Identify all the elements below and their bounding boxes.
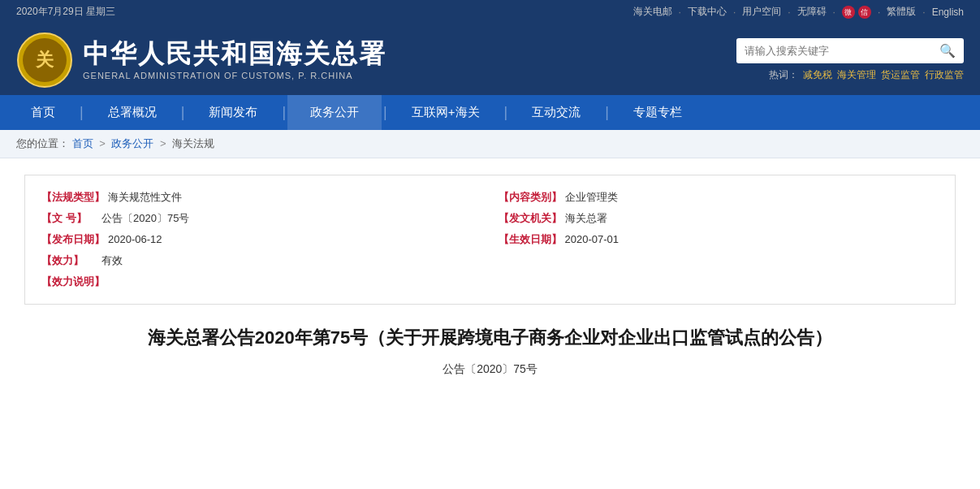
- nav-overview[interactable]: 总署概况: [85, 95, 179, 130]
- hot-keyword-3[interactable]: 行政监管: [925, 68, 964, 82]
- label-num: 【文 号】: [41, 208, 98, 229]
- info-grid: 【法规类型】 海关规范性文件 【文 号】 公告〔2020〕75号 【发布日期】 …: [41, 187, 939, 292]
- logo-emblem: 关: [16, 32, 73, 89]
- header: 关 中华人民共和国海关总署 GENERAL ADMINISTRATION OF …: [0, 24, 980, 95]
- logo-area: 关 中华人民共和国海关总署 GENERAL ADMINISTRATION OF …: [16, 32, 386, 89]
- hot-label: 热词：: [769, 68, 798, 82]
- nav-interaction[interactable]: 互动交流: [509, 95, 603, 130]
- info-left: 【法规类型】 海关规范性文件 【文 号】 公告〔2020〕75号 【发布日期】 …: [41, 187, 482, 292]
- logo-chinese: 中华人民共和国海关总署: [83, 40, 386, 68]
- logo-english: GENERAL ADMINISTRATION OF CUSTOMS, P. R.…: [83, 71, 386, 80]
- label-type: 【法规类型】: [41, 187, 105, 208]
- label-category: 【内容类别】: [499, 187, 562, 208]
- breadcrumb-home[interactable]: 首页: [72, 137, 93, 149]
- hot-keyword-0[interactable]: 减免税: [803, 68, 832, 82]
- accessibility-link[interactable]: 无障碍: [797, 5, 827, 19]
- nav-news[interactable]: 新闻发布: [186, 95, 280, 130]
- info-row-num: 【文 号】 公告〔2020〕75号: [41, 208, 482, 229]
- date-display: 2020年7月29日 星期三: [16, 5, 115, 19]
- nav-home[interactable]: 首页: [8, 95, 78, 130]
- english-link[interactable]: English: [932, 6, 964, 18]
- breadcrumb-gov[interactable]: 政务公开: [111, 137, 153, 149]
- value-type: 海关规范性文件: [108, 187, 182, 208]
- logo-text: 中华人民共和国海关总署 GENERAL ADMINISTRATION OF CU…: [83, 40, 386, 80]
- search-button[interactable]: 🔍: [931, 38, 964, 63]
- top-links: 海关电邮 · 下载中心 · 用户空间 · 无障碍 · 微 信 · 繁體版 · E…: [633, 5, 964, 19]
- hot-keywords: 热词： 减免税 海关管理 货运监管 行政监管: [769, 68, 964, 82]
- hot-keyword-1[interactable]: 海关管理: [837, 68, 876, 82]
- value-num: 公告〔2020〕75号: [101, 208, 189, 229]
- info-box: 【法规类型】 海关规范性文件 【文 号】 公告〔2020〕75号 【发布日期】 …: [24, 175, 956, 305]
- value-category: 企业管理类: [565, 187, 618, 208]
- email-link[interactable]: 海关电邮: [633, 5, 672, 19]
- search-input[interactable]: [736, 40, 931, 62]
- label-pubdate: 【发布日期】: [41, 229, 105, 250]
- info-row-effectdate: 【生效日期】 2020-07-01: [499, 229, 939, 250]
- wechat-icon[interactable]: 信: [858, 6, 871, 19]
- hot-keyword-2[interactable]: 货运监管: [881, 68, 920, 82]
- breadcrumb-current: 海关法规: [172, 137, 214, 149]
- article-title: 海关总署公告2020年第75号（关于开展跨境电子商务企业对企业出口监管试点的公告…: [24, 324, 956, 351]
- label-effect: 【效力】: [41, 250, 98, 271]
- nav-bar: 首页 | 总署概况 | 新闻发布 | 政务公开 | 互联网+海关 | 互动交流 …: [0, 95, 980, 130]
- label-effectdesc: 【效力说明】: [41, 271, 105, 292]
- download-link[interactable]: 下载中心: [688, 5, 727, 19]
- article-subtitle: 公告〔2020〕75号: [24, 362, 956, 377]
- value-effectdate: 2020-07-01: [565, 229, 620, 250]
- nav-government[interactable]: 政务公开: [287, 95, 382, 130]
- weibo-icon[interactable]: 微: [842, 6, 855, 19]
- svg-text:关: 关: [35, 50, 54, 70]
- user-link[interactable]: 用户空间: [742, 5, 781, 19]
- info-row-type: 【法规类型】 海关规范性文件: [41, 187, 482, 208]
- label-issuer: 【发文机关】: [499, 208, 562, 229]
- info-row-date: 【发布日期】 2020-06-12: [41, 229, 482, 250]
- traditional-link[interactable]: 繁體版: [887, 5, 916, 19]
- breadcrumb-bar: 您的位置： 首页 > 政务公开 > 海关法规: [0, 130, 980, 158]
- top-bar: 2020年7月29日 星期三 海关电邮 · 下载中心 · 用户空间 · 无障碍 …: [0, 0, 980, 24]
- info-row-issuer: 【发文机关】 海关总署: [499, 208, 939, 229]
- content-area: 【法规类型】 海关规范性文件 【文 号】 公告〔2020〕75号 【发布日期】 …: [0, 158, 980, 393]
- info-row-category: 【内容类别】 企业管理类: [499, 187, 939, 208]
- value-pubdate: 2020-06-12: [108, 229, 162, 250]
- nav-internet[interactable]: 互联网+海关: [389, 95, 503, 130]
- info-right: 【内容类别】 企业管理类 【发文机关】 海关总署 【生效日期】 2020-07-…: [499, 187, 939, 292]
- label-effectdate: 【生效日期】: [499, 229, 562, 250]
- breadcrumb-prefix: 您的位置：: [16, 137, 69, 149]
- search-box: 🔍: [736, 38, 964, 63]
- nav-topics[interactable]: 专题专栏: [611, 95, 705, 130]
- info-row-effectdesc: 【效力说明】: [41, 271, 482, 292]
- value-issuer: 海关总署: [565, 208, 607, 229]
- search-area: 🔍 热词： 减免税 海关管理 货运监管 行政监管: [736, 38, 964, 82]
- value-effect: 有效: [101, 250, 123, 271]
- info-row-effect: 【效力】 有效: [41, 250, 482, 271]
